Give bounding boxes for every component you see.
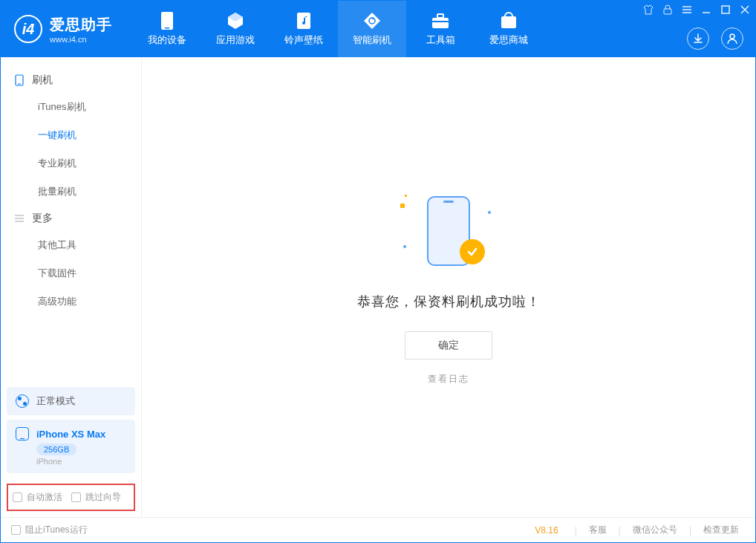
sidebar-item-other-tools[interactable]: 其他工具 <box>1 231 141 259</box>
app-window: i4 爱思助手 www.i4.cn 我的设备 应用游戏 铃声壁纸 智能刷机 <box>0 0 756 543</box>
check-badge-icon <box>460 239 485 264</box>
checkbox-icon <box>13 492 22 502</box>
device-icon <box>157 11 177 30</box>
checkbox-skip-guide[interactable]: 跳过向导 <box>71 491 121 504</box>
sidebar-item-oneclick-flash[interactable]: 一键刷机 <box>1 121 141 149</box>
music-icon <box>294 11 313 30</box>
checkbox-icon <box>11 525 21 535</box>
sidebar-group-more: 更多 <box>1 206 141 231</box>
svg-rect-13 <box>722 6 729 13</box>
mode-label: 正常模式 <box>36 394 75 408</box>
window-controls-top <box>642 4 751 16</box>
version-label: V8.16 <box>535 525 558 536</box>
sidebar-item-advanced[interactable]: 高级功能 <box>1 287 141 316</box>
footer: 阻止iTunes运行 V8.16 | 客服 | 微信公众号 | 检查更新 <box>1 517 755 542</box>
app-site: www.i4.cn <box>50 35 112 44</box>
download-button[interactable] <box>687 27 709 50</box>
sidebar: 刷机 iTunes刷机 一键刷机 专业刷机 批量刷机 更多 其他工具 下载固件 … <box>1 57 142 517</box>
sidebar-item-itunes-flash[interactable]: iTunes刷机 <box>1 93 141 121</box>
lock-icon[interactable] <box>662 4 674 16</box>
footer-right: V8.16 | 客服 | 微信公众号 | 检查更新 <box>535 524 745 536</box>
svg-rect-6 <box>432 21 449 22</box>
footer-link-support[interactable]: 客服 <box>583 524 613 536</box>
svg-rect-8 <box>664 9 671 14</box>
shirt-icon[interactable] <box>642 4 654 16</box>
checkbox-label: 自动激活 <box>27 491 62 504</box>
sidebar-group-title: 刷机 <box>32 74 53 87</box>
minimize-icon[interactable] <box>700 4 712 16</box>
checkbox-icon <box>71 492 81 502</box>
sidebar-item-download-firmware[interactable]: 下载固件 <box>1 259 141 287</box>
tab-ringtone-wallpaper[interactable]: 铃声壁纸 <box>270 1 338 57</box>
logo-text: 爱思助手 www.i4.cn <box>50 15 112 44</box>
device-type: iPhone <box>36 457 126 466</box>
svg-rect-1 <box>165 27 169 29</box>
device-icon <box>16 427 29 440</box>
tab-label: 工具箱 <box>426 33 455 47</box>
svg-rect-7 <box>501 16 516 28</box>
tab-label: 智能刷机 <box>353 33 391 47</box>
app-name: 爱思助手 <box>50 15 112 35</box>
maximize-icon[interactable] <box>720 4 731 16</box>
checkbox-label: 阻止iTunes运行 <box>25 524 88 536</box>
sidebar-group-title: 更多 <box>32 212 53 225</box>
svg-point-16 <box>730 34 734 39</box>
tab-shop[interactable]: 爱思商城 <box>475 1 543 57</box>
close-icon[interactable] <box>739 4 751 16</box>
success-title: 恭喜您，保资料刷机成功啦！ <box>357 293 541 310</box>
device-capacity: 256GB <box>36 443 76 455</box>
body: 刷机 iTunes刷机 一键刷机 专业刷机 批量刷机 更多 其他工具 下载固件 … <box>1 57 755 517</box>
tab-apps-games[interactable]: 应用游戏 <box>201 1 270 57</box>
view-log-link[interactable]: 查看日志 <box>428 373 469 386</box>
footer-left: 阻止iTunes运行 <box>11 524 88 536</box>
tab-my-device[interactable]: 我的设备 <box>133 1 201 57</box>
list-icon <box>14 213 25 224</box>
sidebar-item-batch-flash[interactable]: 批量刷机 <box>1 178 141 206</box>
tab-label: 爱思商城 <box>489 33 528 47</box>
main-content: 恭喜您，保资料刷机成功啦！ 确定 查看日志 <box>142 57 755 517</box>
header: i4 爱思助手 www.i4.cn 我的设备 应用游戏 铃声壁纸 智能刷机 <box>1 1 755 57</box>
footer-link-update[interactable]: 检查更新 <box>697 524 745 536</box>
user-button[interactable] <box>721 27 743 50</box>
mode-icon <box>16 394 29 408</box>
svg-rect-4 <box>432 18 449 28</box>
flash-options-highlighted: 自动激活 跳过向导 <box>7 484 135 511</box>
tab-label: 我的设备 <box>148 33 186 47</box>
phone-icon <box>14 75 25 85</box>
success-illustration <box>400 189 497 270</box>
device-name: iPhone XS Max <box>36 429 105 440</box>
sidebar-item-pro-flash[interactable]: 专业刷机 <box>1 149 141 178</box>
sidebar-group-flash: 刷机 <box>1 68 141 93</box>
svg-rect-0 <box>161 12 173 30</box>
logo-icon: i4 <box>14 15 42 43</box>
checkbox-auto-activate[interactable]: 自动激活 <box>13 491 62 504</box>
svg-rect-5 <box>437 14 443 18</box>
device-block: 正常模式 iPhone XS Max 256GB iPhone <box>7 387 135 473</box>
header-right-buttons <box>687 27 743 50</box>
refresh-icon <box>362 11 382 30</box>
sidebar-nav: 刷机 iTunes刷机 一键刷机 专业刷机 批量刷机 更多 其他工具 下载固件 … <box>1 57 141 381</box>
tab-label: 应用游戏 <box>216 33 255 47</box>
tab-smart-flash[interactable]: 智能刷机 <box>338 1 406 57</box>
logo-area: i4 爱思助手 www.i4.cn <box>1 1 126 57</box>
checkbox-label: 跳过向导 <box>85 491 121 504</box>
footer-link-wechat[interactable]: 微信公众号 <box>627 524 683 536</box>
tab-label: 铃声壁纸 <box>284 33 323 47</box>
menu-icon[interactable] <box>681 4 693 16</box>
device-mode[interactable]: 正常模式 <box>7 387 135 415</box>
ok-button[interactable]: 确定 <box>405 331 492 360</box>
checkbox-block-itunes[interactable]: 阻止iTunes运行 <box>11 524 88 536</box>
cube-icon <box>226 11 245 30</box>
toolbox-icon <box>431 11 450 30</box>
shop-icon <box>499 11 518 30</box>
device-info[interactable]: iPhone XS Max 256GB iPhone <box>7 420 135 473</box>
header-tabs: 我的设备 应用游戏 铃声壁纸 智能刷机 工具箱 爱思商城 <box>133 1 543 57</box>
tab-toolbox[interactable]: 工具箱 <box>406 1 475 57</box>
